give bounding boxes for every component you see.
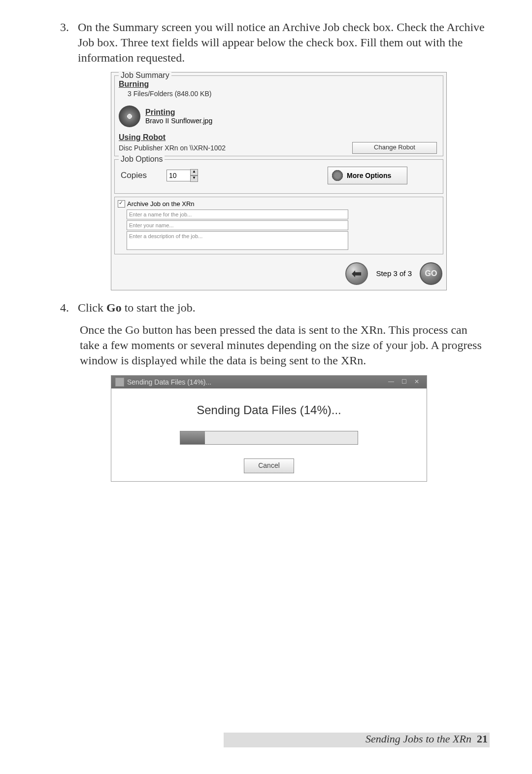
disc-icon	[119, 106, 140, 127]
progress-bar	[180, 431, 358, 445]
footer-title: Sending Jobs to the XRn	[366, 733, 471, 745]
instruction-3: 3. On the Summary screen you will notice…	[44, 20, 488, 66]
job-name-field[interactable]: Enter a name for the job...	[127, 210, 348, 219]
arrow-left-icon: ⬅	[352, 267, 362, 281]
archive-section: Archive Job on the XRn Enter a name for …	[114, 197, 443, 254]
burning-detail: 3 Files/Folders (848.00 KB)	[128, 90, 439, 98]
instruction-number: 4.	[44, 300, 78, 316]
copies-label: Copies	[121, 171, 147, 180]
job-summary-legend: Job Summary	[119, 71, 171, 80]
step-indicator: Step 3 of 3	[376, 269, 412, 278]
archive-checkbox[interactable]	[118, 200, 125, 208]
window-title: Sending Data Files (14%)...	[127, 378, 211, 386]
cancel-button[interactable]: Cancel	[244, 458, 294, 473]
app-icon	[115, 378, 124, 387]
job-description-field[interactable]: Enter a description of the job...	[127, 231, 348, 250]
more-options-button[interactable]: More Options	[328, 167, 407, 184]
more-options-label: More Options	[347, 172, 391, 179]
body-paragraph: Once the Go button has been pressed the …	[44, 322, 488, 369]
progress-heading: Sending Data Files (14%)...	[121, 403, 417, 417]
spin-down-icon[interactable]: ▼	[190, 176, 198, 182]
gear-icon	[331, 169, 344, 182]
change-robot-button[interactable]: Change Robot	[352, 142, 437, 154]
job-summary-dialog: Job Summary Burning 3 Files/Folders (848…	[111, 72, 447, 290]
burning-link[interactable]: Burning	[119, 80, 149, 88]
page-footer: Sending Jobs to the XRn 21	[366, 733, 488, 745]
instruction-text: Click Go to start the job.	[78, 300, 488, 316]
archive-checkbox-label: Archive Job on the XRn	[127, 200, 195, 208]
copies-stepper[interactable]: ▲ ▼	[190, 169, 198, 182]
printing-detail: Bravo II Sunflower.jpg	[145, 117, 212, 125]
close-icon[interactable]: ✕	[411, 378, 423, 386]
text-post: to start the job.	[122, 301, 196, 314]
spin-up-icon[interactable]: ▲	[190, 169, 198, 176]
page-number: 21	[477, 733, 488, 745]
back-button[interactable]: ⬅	[345, 262, 368, 285]
text-pre: Click	[78, 301, 106, 314]
your-name-field[interactable]: Enter your name...	[127, 220, 348, 230]
job-options-legend: Job Options	[119, 155, 165, 164]
using-robot-link[interactable]: Using Robot	[119, 133, 166, 141]
progress-dialog: Sending Data Files (14%)... — ☐ ✕ Sendin…	[111, 375, 427, 482]
wizard-nav: ⬅ Step 3 of 3 GO	[111, 257, 446, 290]
maximize-icon[interactable]: ☐	[398, 378, 410, 386]
job-summary-fieldset: Job Summary Burning 3 Files/Folders (848…	[114, 75, 443, 156]
copies-input[interactable]: 10	[166, 170, 191, 181]
instruction-text: On the Summary screen you will notice an…	[78, 20, 488, 66]
titlebar: Sending Data Files (14%)... — ☐ ✕	[111, 376, 427, 388]
job-options-fieldset: Job Options Copies 10 ▲ ▼ More Options	[114, 159, 443, 194]
instruction-4: 4. Click Go to start the job.	[44, 300, 488, 316]
printing-link[interactable]: Printing	[145, 108, 212, 117]
minimize-icon[interactable]: —	[385, 378, 397, 386]
instruction-number: 3.	[44, 20, 78, 66]
text-bold: Go	[106, 301, 122, 314]
go-button[interactable]: GO	[420, 262, 442, 285]
progress-fill	[180, 431, 205, 444]
